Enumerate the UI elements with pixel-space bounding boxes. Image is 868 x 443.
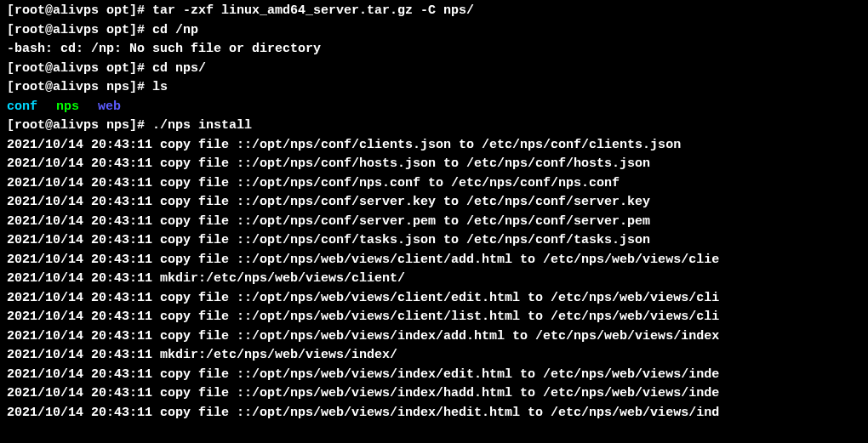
output-line: 2021/10/14 20:43:11 copy file ::/opt/nps… bbox=[7, 384, 861, 404]
output-line: 2021/10/14 20:43:11 copy file ::/opt/nps… bbox=[7, 155, 861, 174]
output-line: 2021/10/14 20:43:11 copy file ::/opt/nps… bbox=[7, 327, 861, 347]
ls-output: confnpsweb bbox=[7, 98, 861, 117]
output-line: 2021/10/14 20:43:11 copy file ::/opt/nps… bbox=[7, 213, 861, 232]
dir-entry-conf: conf bbox=[7, 99, 37, 114]
prompt: [root@alivps opt]# bbox=[7, 61, 152, 76]
prompt: [root@alivps nps]# bbox=[7, 80, 152, 94]
command-line: [root@alivps opt]# tar -zxf linux_amd64_… bbox=[7, 2, 861, 21]
command-line: [root@alivps opt]# cd nps/ bbox=[7, 60, 861, 79]
error-line: -bash: cd: /np: No such file or director… bbox=[7, 40, 861, 60]
command-text: ls bbox=[152, 80, 168, 94]
command-text: cd nps/ bbox=[152, 61, 206, 76]
output-line: 2021/10/14 20:43:11 mkdir:/etc/nps/web/v… bbox=[7, 346, 861, 366]
output-line: 2021/10/14 20:43:11 copy file ::/opt/nps… bbox=[7, 231, 861, 251]
command-text: tar -zxf linux_amd64_server.tar.gz -C np… bbox=[152, 3, 474, 18]
output-line: 2021/10/14 20:43:11 copy file ::/opt/nps… bbox=[7, 174, 861, 194]
output-line: 2021/10/14 20:43:11 copy file ::/opt/nps… bbox=[7, 404, 861, 423]
prompt: [root@alivps nps]# bbox=[7, 118, 152, 133]
dir-entry-web: web bbox=[98, 99, 121, 114]
terminal-output[interactable]: [root@alivps opt]# tar -zxf linux_amd64_… bbox=[7, 2, 861, 423]
prompt: [root@alivps opt]# bbox=[7, 3, 152, 18]
command-line: [root@alivps nps]# ls bbox=[7, 78, 861, 98]
exe-entry-nps: nps bbox=[56, 99, 79, 114]
command-line: [root@alivps opt]# cd /np bbox=[7, 21, 861, 41]
output-line: 2021/10/14 20:43:11 copy file ::/opt/nps… bbox=[7, 308, 861, 327]
prompt: [root@alivps opt]# bbox=[7, 23, 152, 37]
output-line: 2021/10/14 20:43:11 copy file ::/opt/nps… bbox=[7, 289, 861, 309]
output-line: 2021/10/14 20:43:11 copy file ::/opt/nps… bbox=[7, 193, 861, 213]
command-text: cd /np bbox=[152, 23, 198, 37]
output-line: 2021/10/14 20:43:11 mkdir:/etc/nps/web/v… bbox=[7, 270, 861, 289]
output-line: 2021/10/14 20:43:11 copy file ::/opt/nps… bbox=[7, 251, 861, 270]
command-text: ./nps install bbox=[152, 118, 252, 133]
output-line: 2021/10/14 20:43:11 copy file ::/opt/nps… bbox=[7, 366, 861, 385]
command-line: [root@alivps nps]# ./nps install bbox=[7, 116, 861, 136]
output-line: 2021/10/14 20:43:11 copy file ::/opt/nps… bbox=[7, 136, 861, 156]
